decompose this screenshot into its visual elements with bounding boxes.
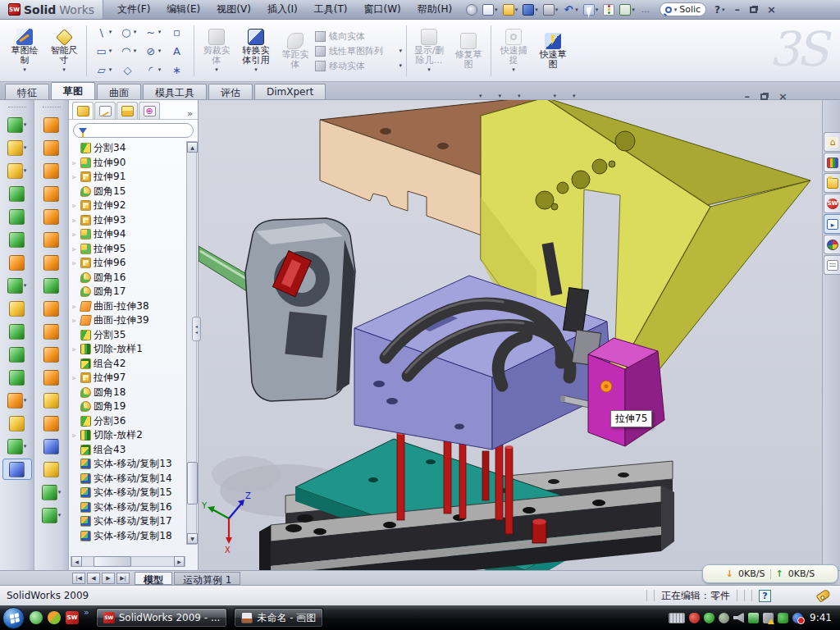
scrollbar-thumb[interactable] [187, 462, 198, 504]
tree-item[interactable]: 分割35 [71, 328, 184, 343]
scrollbar-thumb[interactable] [94, 556, 131, 567]
pin-icon[interactable] [464, 3, 479, 16]
wireless-warning-icon[interactable] [763, 613, 774, 623]
view-tool-button[interactable] [524, 90, 537, 102]
toolbar-button[interactable] [37, 275, 66, 296]
quick-launch-icon[interactable]: SW [66, 611, 79, 624]
network-speed-widget[interactable]: ↓ 0KB/S ↑ 0KB/S [702, 564, 838, 583]
tree-item[interactable]: 实体-移动/复制17 [71, 514, 184, 529]
tree-item[interactable]: 实体-移动/复制18 [71, 529, 184, 544]
sketch-entity-button[interactable]: ⊘ ▾ [140, 42, 165, 61]
document-tab[interactable]: 运动算例 1 [174, 572, 240, 585]
task-pane-tab[interactable]: ▸ [824, 214, 840, 234]
entity-tool-button[interactable]: 镜向实体 [315, 30, 404, 43]
start-button[interactable] [2, 607, 25, 629]
scroll-down-icon[interactable]: ▼ [187, 533, 198, 544]
ribbon-tab[interactable]: 草图 [51, 82, 95, 99]
toolbar-button[interactable] [37, 390, 66, 411]
menu-item[interactable]: 编辑(E) [159, 1, 208, 18]
tree-horizontal-scrollbar[interactable]: ◀ ▶ [71, 556, 185, 567]
tab-nav-button[interactable]: |◀ [72, 573, 85, 584]
rapid-sketch-button[interactable]: 快速草 图 [533, 22, 573, 80]
tree-item[interactable]: ▹ 拉伸92 [71, 199, 184, 213]
language-keyboard-icon[interactable] [669, 613, 685, 623]
tree-item[interactable]: ▹ 拉伸91 [71, 170, 184, 185]
search-input[interactable]: Solic [679, 4, 701, 15]
tree-vertical-scrollbar[interactable]: ▲ ▼ [186, 141, 197, 545]
ribbon-tab[interactable]: DimXpert [254, 84, 326, 99]
toolbar-button[interactable]: ▾ [2, 137, 32, 158]
view-tool-button[interactable] [433, 90, 446, 102]
open-icon[interactable]: ▾ [501, 3, 520, 16]
doc-close-button[interactable]: × [778, 90, 788, 103]
defender-icon[interactable] [778, 613, 788, 623]
view-tool-button[interactable]: ▾ [486, 90, 502, 102]
quick-snaps-button[interactable]: 快速捕 捉 ▾ [494, 22, 533, 80]
toolbar-button[interactable] [2, 206, 32, 227]
volume-icon[interactable] [733, 613, 744, 623]
view-tool-button[interactable]: ▾ [504, 90, 521, 102]
offset-entities-button[interactable]: 等距实 体 [276, 22, 315, 80]
tree-item[interactable]: ▹ 拉伸96 [71, 256, 184, 271]
toolbar-button[interactable] [37, 252, 66, 273]
view-tool-button[interactable]: ▾ [466, 90, 482, 102]
close-button[interactable]: × [767, 3, 776, 16]
help-icon[interactable]: ? [714, 4, 720, 16]
sketch-entity-button[interactable]: ∗ [165, 61, 189, 80]
expand-arrow-icon[interactable]: ▹ [71, 245, 78, 253]
expand-arrow-icon[interactable]: ▹ [71, 259, 78, 267]
tree-item[interactable]: 圆角17 [71, 285, 184, 299]
tree-item[interactable]: ▹ 曲面-拉伸39 [71, 313, 184, 328]
view-tool-button[interactable] [450, 90, 463, 102]
toolbar-button[interactable] [37, 206, 66, 227]
property-manager-tab[interactable] [94, 102, 116, 119]
tree-item[interactable]: 圆角18 [71, 386, 184, 400]
entity-tool-button[interactable]: 移动实体 ▾ [315, 60, 404, 72]
toolbar-button[interactable]: ▾ [37, 482, 66, 503]
toolbar-button[interactable]: ▾ [37, 504, 66, 526]
tree-item[interactable]: 实体-移动/复制15 [71, 486, 184, 500]
tab-nav-button[interactable]: ▶ [102, 573, 115, 584]
quick-launch-icon[interactable] [30, 611, 43, 624]
toolbar-button[interactable] [37, 459, 66, 480]
panel-overflow-icon[interactable]: » [187, 108, 193, 119]
sketch-entity-button[interactable]: \ ▾ [91, 23, 116, 42]
quick-tips-icon[interactable]: ? [759, 590, 771, 602]
view-tool-button[interactable] [417, 90, 430, 102]
task-pane-tab[interactable] [824, 153, 840, 172]
ribbon-tab[interactable]: 模具工具 [143, 84, 207, 99]
quick-launch-icon[interactable] [48, 611, 61, 624]
feature-manager-tab[interactable] [72, 102, 94, 119]
tree-item[interactable]: 分割34 [71, 141, 184, 156]
smart-dimension-button[interactable]: 智能尺 寸 ▾ [44, 22, 84, 80]
view-tool-button[interactable]: ▾ [541, 90, 557, 102]
document-tab[interactable]: 模型 [135, 572, 172, 585]
sketch-button[interactable]: 草图绘 制 ▾ [5, 22, 44, 80]
expand-arrow-icon[interactable]: ▹ [71, 202, 78, 209]
tab-nav-button[interactable]: ◀ [87, 573, 100, 584]
task-pane-tab[interactable]: SW [824, 194, 840, 213]
toolbar-button[interactable] [2, 252, 32, 273]
scroll-up-icon[interactable]: ▲ [187, 142, 198, 153]
tab-nav-button[interactable]: ▶| [116, 573, 130, 584]
menu-item[interactable]: 帮助(H) [410, 1, 459, 18]
toolbar-button[interactable]: ▾ [2, 114, 32, 135]
tree-item[interactable]: ▹ 切除-放样1 [71, 342, 184, 357]
menu-item[interactable]: 窗口(W) [356, 1, 408, 18]
restore-button[interactable] [750, 7, 757, 13]
tree-item[interactable]: 实体-移动/复制16 [71, 500, 184, 515]
search-caret-icon[interactable]: ▾ [674, 7, 678, 13]
toolbar-button[interactable] [37, 413, 66, 434]
sketch-entity-button[interactable]: ▫ [165, 23, 189, 42]
tree-item[interactable]: 圆角16 [71, 271, 184, 285]
toolbar-button[interactable]: ▾ [2, 160, 32, 181]
toolbar-button[interactable] [2, 413, 32, 434]
tree-item[interactable]: 实体-移动/复制14 [71, 472, 184, 486]
graphics-viewport[interactable]: Y Z X [199, 100, 822, 570]
sync-blocked-icon[interactable] [792, 613, 803, 623]
toolbar-overflow-icon[interactable]: … [638, 3, 653, 16]
tree-item[interactable]: ▹ 拉伸97 [71, 371, 184, 386]
tree-item[interactable]: 实体-移动/复制13 [71, 457, 184, 472]
expand-arrow-icon[interactable]: ▹ [71, 431, 78, 439]
tree-filter-input[interactable] [73, 123, 194, 138]
